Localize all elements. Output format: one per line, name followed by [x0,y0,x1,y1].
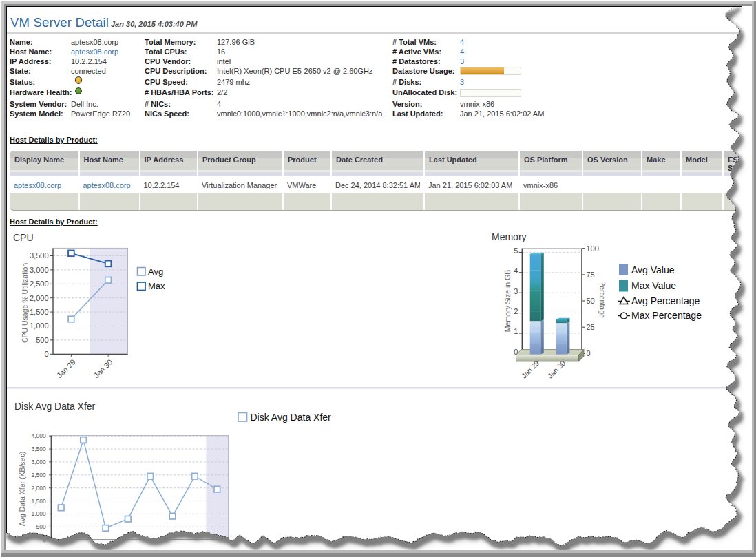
svg-text:2,500: 2,500 [32,472,47,479]
svg-text:4: 4 [514,266,518,275]
svg-text:Memory: Memory [492,231,527,242]
svg-text:2,500: 2,500 [30,280,49,288]
svg-text:Disk Avg Data Xfer: Disk Avg Data Xfer [14,401,96,412]
svg-text:500: 500 [36,336,48,344]
svg-text:75: 75 [587,271,595,279]
svg-text:Avg: Avg [148,266,163,277]
svg-text:1,000: 1,000 [30,322,49,330]
svg-text:1,500: 1,500 [30,308,49,316]
svg-text:1,500: 1,500 [32,498,47,505]
svg-text:Jan 30: Jan 30 [92,357,114,379]
svg-text:3,000: 3,000 [32,459,47,465]
svg-text:1,000: 1,000 [32,510,47,517]
svg-text:0: 0 [44,350,48,358]
svg-text:500: 500 [36,523,46,530]
svg-text:50: 50 [587,297,595,305]
svg-text:Jan 29: Jan 29 [520,359,541,380]
svg-text:Avg Percentage: Avg Percentage [631,295,700,306]
svg-text:2,000: 2,000 [32,485,47,492]
svg-text:Jan 29: Jan 29 [55,357,77,379]
svg-text:3: 3 [514,287,518,295]
svg-text:4,000: 4,000 [32,432,47,439]
svg-text:Disk Avg Data Xfer: Disk Avg Data Xfer [251,412,332,423]
svg-text:2: 2 [514,307,518,315]
svg-text:CPU Usage % Utilization: CPU Usage % Utilization [21,263,29,343]
svg-text:Max Value: Max Value [631,280,676,291]
svg-text:100: 100 [587,244,599,253]
svg-text:Avg Data Xfer (KB/sec): Avg Data Xfer (KB/sec) [18,452,26,526]
svg-text:3,500: 3,500 [30,251,49,260]
svg-text:1: 1 [514,327,518,335]
svg-text:2,000: 2,000 [30,294,49,302]
svg-text:Max: Max [148,281,165,291]
svg-text:3,000: 3,000 [30,266,49,274]
svg-text:Avg Value: Avg Value [631,264,675,275]
svg-text:Jan 30: Jan 30 [546,359,567,380]
svg-text:Memory Size in GB: Memory Size in GB [503,270,512,332]
svg-text:5: 5 [514,246,518,255]
svg-text:25: 25 [587,323,595,331]
svg-text:0: 0 [587,349,591,357]
svg-text:0: 0 [43,536,46,543]
svg-text:Percentage: Percentage [598,281,607,318]
svg-text:CPU: CPU [13,232,34,243]
svg-text:3,500: 3,500 [32,445,47,452]
svg-text:Max Percentage: Max Percentage [631,310,702,321]
